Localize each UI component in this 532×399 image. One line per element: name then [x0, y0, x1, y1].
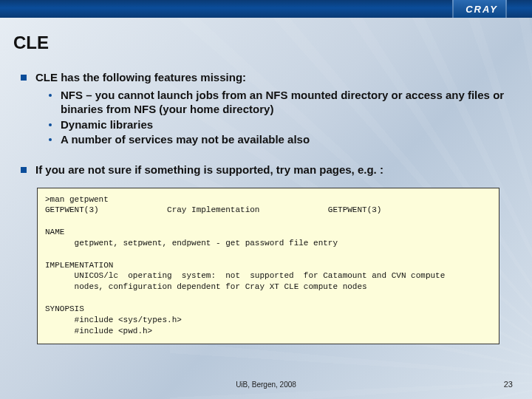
- sub-bullet-item: A number of services may not be availabl…: [49, 132, 511, 147]
- bullet-text: If you are not sure if something is supp…: [35, 163, 383, 177]
- dot-bullet-icon: [49, 138, 52, 141]
- brand-logo: CRAY: [452, 0, 507, 18]
- footer-page-number: 23: [504, 380, 513, 389]
- footer-center: UiB, Bergen, 2008: [0, 381, 532, 389]
- sub-bullet-text: NFS – you cannot launch jobs from an NFS…: [61, 88, 511, 117]
- top-bar: CRAY: [0, 0, 532, 18]
- square-bullet-icon: [21, 75, 27, 81]
- sub-bullet-item: NFS – you cannot launch jobs from an NFS…: [49, 88, 511, 117]
- sub-bullet-text: A number of services may not be availabl…: [61, 132, 310, 147]
- dot-bullet-icon: [49, 123, 52, 126]
- dot-bullet-icon: [49, 94, 52, 97]
- bullet-text: CLE has the following features missing:: [35, 71, 246, 85]
- slide-title: CLE: [13, 33, 49, 53]
- sub-bullet-list: NFS – you cannot launch jobs from an NFS…: [49, 88, 511, 147]
- slide: CRAY CLE CLE has the following features …: [0, 0, 532, 399]
- code-block: >man getpwent GETPWENT(3) Cray Implement…: [37, 188, 499, 345]
- brand-text: CRAY: [466, 4, 498, 15]
- sub-bullet-item: Dynamic libraries: [49, 117, 511, 132]
- bullet-item: CLE has the following features missing:: [21, 71, 511, 85]
- square-bullet-icon: [21, 167, 27, 173]
- slide-content: CLE has the following features missing: …: [21, 71, 511, 344]
- bullet-item: If you are not sure if something is supp…: [21, 163, 511, 177]
- sub-bullet-text: Dynamic libraries: [61, 117, 153, 132]
